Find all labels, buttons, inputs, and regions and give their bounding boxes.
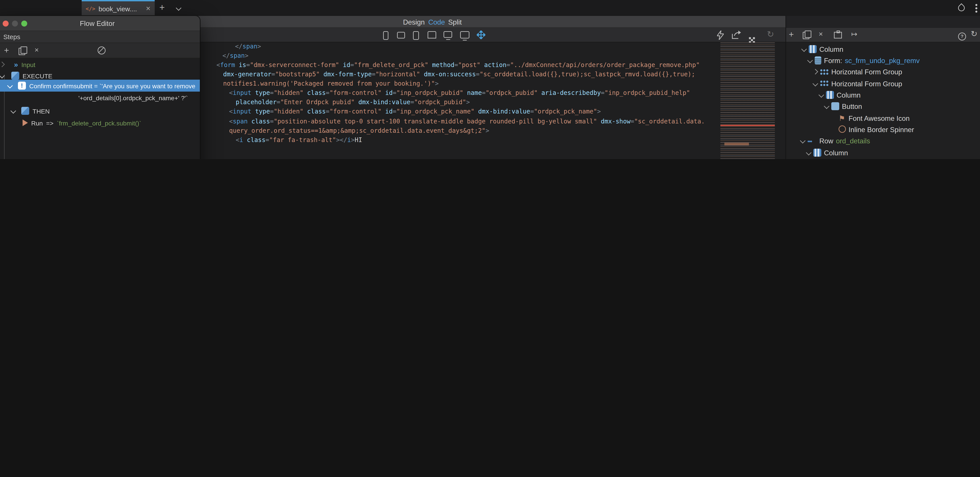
tree-item-column[interactable]: Column: [802, 43, 843, 54]
chevron-right-icon[interactable]: [813, 69, 818, 75]
view-mode-split[interactable]: Split: [448, 18, 462, 26]
chevron-right-icon[interactable]: [0, 62, 5, 67]
code-line[interactable]: <span class="position-absolute top-0 sta…: [229, 117, 705, 126]
share-icon[interactable]: [732, 30, 741, 39]
tree-item-label: Column: [824, 148, 848, 156]
tree-item-inline-border-spinner[interactable]: Inline Border Spinner: [833, 124, 914, 135]
refresh-icon[interactable]: ↻: [971, 29, 977, 38]
column-icon: [813, 148, 821, 156]
step-then[interactable]: THEN: [11, 105, 50, 117]
tab-bar: </> book_view.... ✕ +: [0, 0, 980, 16]
chevron-down-icon[interactable]: [10, 108, 16, 113]
code-line[interactable]: placeholder="Enter Ordpck pubid" dmx-bin…: [236, 97, 470, 106]
qr-code-icon[interactable]: [749, 33, 751, 40]
chevron-down-icon[interactable]: [800, 138, 805, 143]
tree-item-button[interactable]: Button: [825, 101, 862, 112]
copy-step-icon[interactable]: [19, 48, 25, 56]
then-step-icon: [21, 107, 29, 115]
view-mode-design[interactable]: Design: [403, 18, 425, 26]
tree-item-name: sc_frm_undo_pkg_remv: [845, 56, 920, 64]
tree-item-label: Form:: [824, 56, 842, 64]
code-line[interactable]: <i class="far fa-trash-alt"></i>HI: [236, 135, 362, 144]
code-line[interactable]: </span>: [235, 43, 261, 51]
view-mode-code[interactable]: Code: [428, 18, 445, 26]
code-line[interactable]: dmx-generator="bootstrap5" dmx-form-type…: [223, 70, 695, 78]
code-file-icon: </>: [86, 6, 95, 12]
steps-toolbar: + ×: [0, 43, 200, 59]
overflow-menu-icon[interactable]: [975, 4, 977, 6]
tree-item-name: ord_details: [836, 137, 870, 145]
form-icon: [815, 56, 821, 64]
delete-step-icon[interactable]: ×: [35, 46, 39, 54]
tree-item-card[interactable]: Card: [812, 158, 844, 159]
help-icon[interactable]: ?: [958, 31, 966, 40]
step-run[interactable]: Run => `frm_delete_ord_pck.submit()`: [22, 117, 141, 129]
chevron-down-icon[interactable]: [806, 149, 811, 155]
tree-item-label: Column: [819, 45, 843, 53]
tree-item-row[interactable]: Roword_details: [801, 135, 870, 146]
minimap-selection: [724, 143, 749, 145]
tree-item-label: Row: [819, 137, 833, 145]
inject-icon[interactable]: ↦: [851, 30, 858, 38]
chevron-down-icon[interactable]: [818, 92, 824, 97]
chevron-down-icon[interactable]: [807, 57, 813, 63]
input-step-icon: »: [14, 60, 18, 68]
row-icon: [807, 137, 817, 145]
app-structure-toolbar: + × ↦ ? ↻: [786, 28, 980, 43]
tab-book-view[interactable]: </> book_view.... ✕: [82, 0, 155, 16]
chevron-down-icon[interactable]: [0, 73, 5, 78]
tree-item-horizontal-form-group[interactable]: Horizontal Form Group: [813, 66, 902, 78]
new-tab-button[interactable]: +: [159, 2, 165, 13]
chevron-down-icon[interactable]: [813, 81, 818, 86]
element-tree: ColumnForm:sc_frm_undo_pkg_remvHorizonta…: [786, 43, 980, 159]
add-icon[interactable]: +: [789, 29, 794, 39]
code-line[interactable]: <form is="dmx-serverconnect-form" id="fr…: [216, 60, 700, 69]
phone-large-icon[interactable]: [413, 31, 419, 40]
tree-item-label: Button: [842, 102, 862, 110]
add-step-icon[interactable]: +: [4, 45, 9, 55]
tree-item-column[interactable]: Column: [819, 89, 861, 100]
code-line[interactable]: <input type="hidden" class="form-control…: [229, 88, 690, 97]
tree-item-label: Horizontal Form Group: [831, 68, 902, 76]
step-input[interactable]: » Input: [0, 59, 35, 70]
step-confirm-continuation: '+ord_details[0].ordpck_pck_name+' ?'`: [0, 92, 194, 103]
code-line[interactable]: notifies1.warning('Packaged removed from…: [223, 79, 439, 87]
tab-title: book_view....: [99, 5, 137, 13]
flow-steps-tree: » Input EXECUTE ! Confirm confirmsubmit …: [0, 59, 200, 159]
confirm-step-icon: !: [18, 82, 26, 90]
chevron-down-icon[interactable]: [824, 103, 829, 109]
minimap[interactable]: [721, 43, 775, 159]
chevron-down-icon[interactable]: [7, 83, 13, 88]
code-line[interactable]: <input type="hidden" class="form-control…: [229, 107, 601, 116]
tab-list-chevron-icon[interactable]: [176, 5, 181, 11]
spinner-icon: [838, 126, 846, 133]
steps-label: Steps: [3, 33, 21, 40]
chevron-down-icon[interactable]: [801, 46, 807, 52]
column-icon: [809, 45, 817, 53]
package-icon[interactable]: [834, 32, 842, 40]
droplet-icon[interactable]: [957, 3, 966, 13]
tab-close-icon[interactable]: ✕: [146, 5, 151, 12]
step-confirm-selected[interactable]: ! Confirm confirmsubmit = `'Are you sure…: [0, 80, 200, 92]
code-line[interactable]: </span>: [223, 51, 248, 60]
move-icon[interactable]: [477, 30, 485, 39]
lightning-icon[interactable]: [717, 30, 724, 40]
delete-icon[interactable]: ×: [819, 30, 823, 38]
tv-icon[interactable]: [460, 31, 469, 38]
tree-item-font-awesome-icon[interactable]: Font Awesome Icon: [833, 112, 910, 124]
tablet-landscape-icon[interactable]: [397, 32, 405, 38]
hfg-icon: [820, 80, 829, 86]
laptop-icon[interactable]: [428, 31, 436, 38]
phone-portrait-icon[interactable]: [383, 31, 388, 40]
disable-step-icon[interactable]: [98, 46, 105, 56]
copy-icon[interactable]: [803, 32, 809, 40]
flow-editor-titlebar[interactable]: Flow Editor: [0, 16, 200, 31]
app-structure-panel: + × ↦ ? ↻ ColumnForm:sc_frm_undo_pkg_rem…: [786, 16, 980, 159]
code-line[interactable]: query_order.ord_status==1&amp;&amp;sc_or…: [229, 126, 489, 135]
tree-item-horizontal-form-group[interactable]: Horizontal Form Group: [813, 78, 902, 89]
button-icon: [831, 102, 839, 110]
tree-item-form[interactable]: Form:sc_frm_undo_pkg_remv: [808, 55, 920, 66]
desktop-icon[interactable]: [444, 31, 452, 38]
tree-item-column[interactable]: Column: [807, 147, 848, 158]
flag-icon: [838, 114, 846, 122]
